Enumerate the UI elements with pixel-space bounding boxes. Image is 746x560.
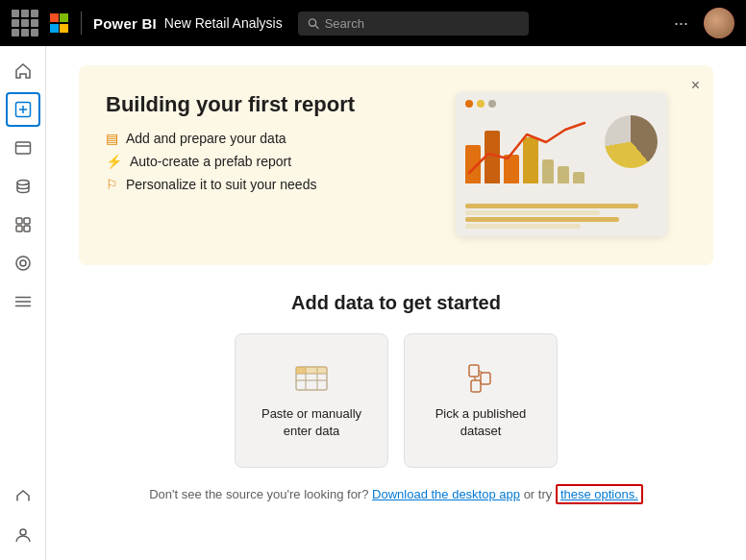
footer-middle: or try: [524, 487, 553, 501]
app-launcher-icon[interactable]: [12, 10, 38, 37]
hero-card: × Building your first report ▤ Add and p…: [79, 65, 713, 265]
sidebar-item-browse[interactable]: [6, 131, 40, 165]
microsoft-logo: [50, 13, 69, 33]
paste-card-label: Paste or manually enter data: [247, 405, 376, 440]
svg-point-14: [20, 529, 26, 535]
lightning-icon: ⚡: [106, 154, 122, 169]
table-icon: [294, 361, 329, 396]
svg-point-12: [16, 256, 30, 270]
hero-item-2: ⚡ Auto-create a prefab report: [106, 154, 446, 169]
topnav: Power BI New Retail Analysis ···: [0, 0, 746, 46]
hero-illustration: [456, 92, 686, 246]
search-icon: [308, 17, 319, 30]
flag-icon: ⚐: [106, 177, 118, 192]
these-options-link[interactable]: these options.: [556, 484, 643, 504]
sidebar-item-people[interactable]: [6, 518, 40, 552]
footer-prefix: Don't see the source you're looking for?: [149, 487, 368, 501]
sidebar-item-home[interactable]: [6, 54, 40, 88]
sidebar: [0, 46, 46, 560]
sidebar-item-learn[interactable]: [6, 479, 40, 514]
hero-item-1: ▤ Add and prepare your data: [106, 131, 446, 146]
data-cards-row: Paste or manually enter data Pick a publ…: [235, 333, 558, 468]
sidebar-item-workspaces[interactable]: [6, 284, 40, 319]
table-list-icon: ▤: [106, 131, 118, 146]
svg-rect-20: [296, 367, 306, 374]
svg-point-7: [17, 181, 29, 185]
svg-rect-10: [16, 226, 22, 231]
paste-data-card[interactable]: Paste or manually enter data: [235, 333, 388, 468]
svg-rect-8: [16, 218, 22, 224]
sidebar-item-datahub[interactable]: [6, 169, 40, 204]
svg-rect-9: [24, 218, 30, 224]
search-input[interactable]: [325, 16, 519, 31]
svg-line-1: [315, 25, 318, 28]
svg-rect-11: [24, 226, 30, 231]
database-icon: [463, 361, 498, 396]
sidebar-item-apps[interactable]: [6, 207, 40, 242]
app-brand: Power BI: [93, 15, 157, 32]
dataset-card[interactable]: Pick a published dataset: [404, 333, 558, 468]
hero-text: Building your first report ▤ Add and pre…: [106, 92, 446, 200]
svg-rect-5: [15, 142, 30, 154]
svg-rect-21: [306, 367, 317, 374]
hero-item-3: ⚐ Personalize it to suit your needs: [106, 177, 446, 192]
search-box[interactable]: [298, 12, 529, 36]
more-options-button[interactable]: ···: [674, 13, 688, 34]
hero-close-button[interactable]: ×: [691, 77, 700, 94]
download-app-link[interactable]: Download the desktop app: [372, 487, 520, 501]
svg-point-13: [20, 260, 26, 266]
hero-item-3-text: Personalize it to suit your needs: [126, 177, 316, 192]
svg-rect-22: [317, 367, 327, 374]
sidebar-item-create[interactable]: [6, 92, 40, 127]
footer-text: Don't see the source you're looking for?…: [149, 487, 643, 501]
sidebar-item-metrics[interactable]: [6, 246, 40, 280]
svg-rect-25: [481, 373, 490, 384]
section-title: Add data to get started: [291, 292, 501, 314]
hero-item-2-text: Auto-create a prefab report: [130, 154, 291, 169]
avatar[interactable]: [704, 8, 734, 38]
svg-rect-23: [469, 365, 479, 377]
report-title: New Retail Analysis: [164, 15, 283, 31]
hero-title: Building your first report: [106, 92, 446, 117]
hero-item-1-text: Add and prepare your data: [126, 131, 286, 146]
nav-separator: [81, 12, 82, 35]
dataset-card-label: Pick a published dataset: [416, 405, 545, 440]
main-content: × Building your first report ▤ Add and p…: [46, 46, 746, 560]
svg-rect-24: [471, 380, 481, 392]
